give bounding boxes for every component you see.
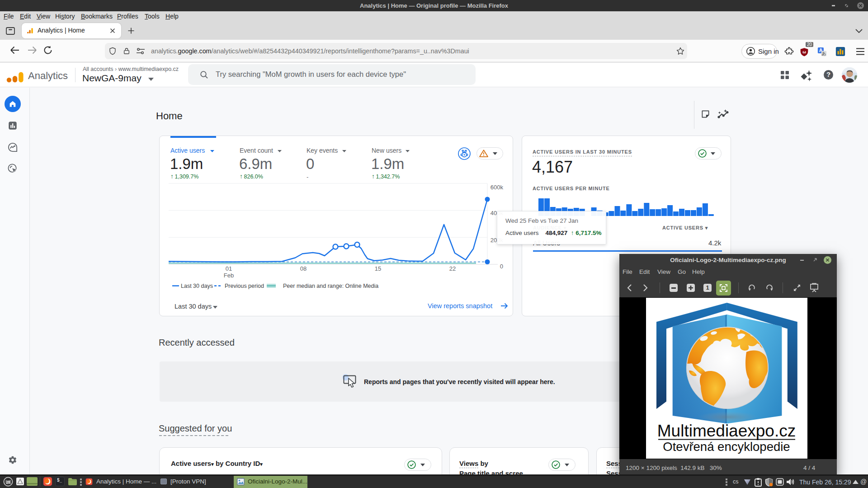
svg-text:600k: 600k (491, 184, 504, 191)
svg-text:22: 22 (449, 265, 456, 272)
svg-text:15: 15 (375, 265, 381, 272)
svg-text:ω: ω (802, 50, 806, 54)
svg-text:Otevřená encyklopedie: Otevřená encyklopedie (663, 440, 790, 454)
svg-text:Feb: Feb (224, 272, 234, 279)
svg-text:あ: あ (822, 51, 826, 56)
svg-text:Peer median and range: Online: Peer median and range: Online Media (283, 283, 378, 289)
svg-text:Last 30 days: Last 30 days (181, 283, 213, 289)
svg-text:01: 01 (226, 265, 232, 272)
svg-text:Multimediaexpo.cz: Multimediaexpo.cz (657, 422, 796, 440)
svg-text:Previous period: Previous period (225, 283, 264, 289)
svg-text:0: 0 (500, 263, 503, 270)
svg-text:08: 08 (300, 265, 307, 272)
